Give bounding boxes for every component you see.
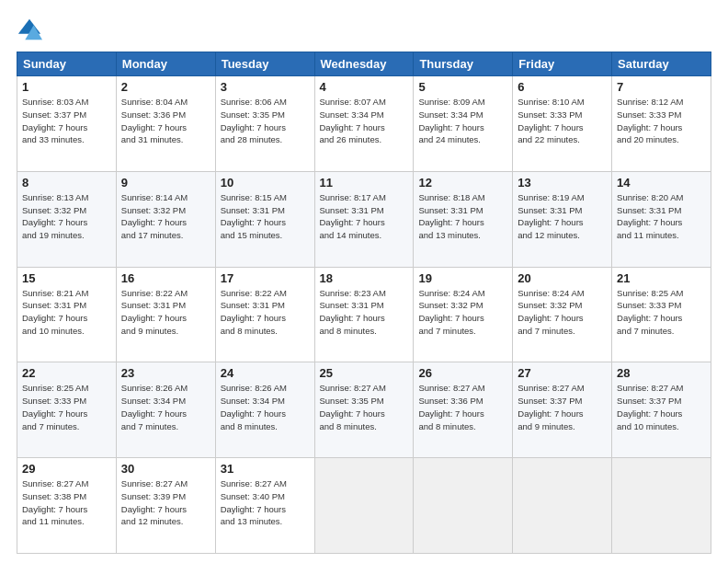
day-number: 31 bbox=[221, 462, 310, 476]
day-number: 27 bbox=[518, 366, 607, 380]
day-number: 20 bbox=[518, 271, 607, 285]
calendar-week-0: 1Sunrise: 8:03 AMSunset: 3:37 PMDaylight… bbox=[17, 76, 711, 172]
calendar-cell: 25Sunrise: 8:27 AMSunset: 3:35 PMDayligh… bbox=[314, 362, 414, 458]
page: SundayMondayTuesdayWednesdayThursdayFrid… bbox=[0, 0, 728, 563]
calendar-cell: 22Sunrise: 8:25 AMSunset: 3:33 PMDayligh… bbox=[17, 362, 117, 458]
day-number: 9 bbox=[121, 176, 210, 190]
day-number: 8 bbox=[22, 176, 111, 190]
col-header-thursday: Thursday bbox=[414, 52, 513, 76]
day-number: 3 bbox=[221, 80, 310, 94]
day-number: 25 bbox=[320, 366, 409, 380]
day-info: Sunrise: 8:20 AMSunset: 3:31 PMDaylight:… bbox=[617, 191, 706, 242]
day-info: Sunrise: 8:15 AMSunset: 3:31 PMDaylight:… bbox=[221, 191, 310, 242]
col-header-monday: Monday bbox=[116, 52, 215, 76]
day-info: Sunrise: 8:27 AMSunset: 3:40 PMDaylight:… bbox=[221, 477, 310, 528]
calendar-cell: 9Sunrise: 8:14 AMSunset: 3:32 PMDaylight… bbox=[116, 171, 215, 267]
calendar-cell: 26Sunrise: 8:27 AMSunset: 3:36 PMDayligh… bbox=[414, 362, 513, 458]
header bbox=[17, 17, 711, 42]
calendar-cell: 28Sunrise: 8:27 AMSunset: 3:37 PMDayligh… bbox=[612, 362, 711, 458]
day-number: 12 bbox=[418, 176, 507, 190]
col-header-sunday: Sunday bbox=[17, 52, 117, 76]
col-header-tuesday: Tuesday bbox=[215, 52, 314, 76]
day-info: Sunrise: 8:27 AMSunset: 3:36 PMDaylight:… bbox=[418, 382, 507, 432]
col-header-friday: Friday bbox=[513, 52, 612, 76]
calendar-cell: 29Sunrise: 8:27 AMSunset: 3:38 PMDayligh… bbox=[17, 458, 117, 554]
day-number: 17 bbox=[221, 271, 310, 285]
day-info: Sunrise: 8:21 AMSunset: 3:31 PMDaylight:… bbox=[22, 287, 111, 338]
day-info: Sunrise: 8:10 AMSunset: 3:33 PMDaylight:… bbox=[518, 96, 607, 146]
day-info: Sunrise: 8:19 AMSunset: 3:31 PMDaylight:… bbox=[518, 191, 607, 242]
day-info: Sunrise: 8:14 AMSunset: 3:32 PMDaylight:… bbox=[121, 191, 210, 242]
calendar-cell: 2Sunrise: 8:04 AMSunset: 3:36 PMDaylight… bbox=[116, 76, 215, 172]
calendar-cell: 5Sunrise: 8:09 AMSunset: 3:34 PMDaylight… bbox=[414, 76, 513, 172]
day-number: 15 bbox=[22, 271, 111, 285]
day-number: 10 bbox=[221, 176, 310, 190]
calendar-cell: 1Sunrise: 8:03 AMSunset: 3:37 PMDaylight… bbox=[17, 76, 117, 172]
day-number: 1 bbox=[22, 80, 111, 94]
day-number: 16 bbox=[121, 271, 210, 285]
day-info: Sunrise: 8:25 AMSunset: 3:33 PMDaylight:… bbox=[617, 287, 706, 338]
day-number: 6 bbox=[518, 80, 607, 94]
logo bbox=[17, 17, 46, 42]
calendar-week-4: 29Sunrise: 8:27 AMSunset: 3:38 PMDayligh… bbox=[17, 458, 711, 554]
calendar-cell bbox=[513, 458, 612, 554]
calendar-cell: 10Sunrise: 8:15 AMSunset: 3:31 PMDayligh… bbox=[215, 171, 314, 267]
day-info: Sunrise: 8:26 AMSunset: 3:34 PMDaylight:… bbox=[121, 382, 210, 432]
day-info: Sunrise: 8:22 AMSunset: 3:31 PMDaylight:… bbox=[121, 287, 210, 338]
day-number: 23 bbox=[121, 366, 210, 380]
calendar-cell: 15Sunrise: 8:21 AMSunset: 3:31 PMDayligh… bbox=[17, 267, 117, 362]
calendar-cell bbox=[414, 458, 513, 554]
day-number: 30 bbox=[121, 462, 210, 476]
day-info: Sunrise: 8:07 AMSunset: 3:34 PMDaylight:… bbox=[320, 96, 409, 146]
calendar-cell: 30Sunrise: 8:27 AMSunset: 3:39 PMDayligh… bbox=[116, 458, 215, 554]
col-header-saturday: Saturday bbox=[612, 52, 711, 76]
day-number: 11 bbox=[320, 176, 409, 190]
day-info: Sunrise: 8:24 AMSunset: 3:32 PMDaylight:… bbox=[518, 287, 607, 338]
day-number: 22 bbox=[22, 366, 111, 380]
day-info: Sunrise: 8:09 AMSunset: 3:34 PMDaylight:… bbox=[418, 96, 507, 146]
calendar-cell: 17Sunrise: 8:22 AMSunset: 3:31 PMDayligh… bbox=[215, 267, 314, 362]
day-info: Sunrise: 8:22 AMSunset: 3:31 PMDaylight:… bbox=[221, 287, 310, 338]
calendar-cell: 24Sunrise: 8:26 AMSunset: 3:34 PMDayligh… bbox=[215, 362, 314, 458]
day-info: Sunrise: 8:03 AMSunset: 3:37 PMDaylight:… bbox=[22, 96, 111, 146]
day-info: Sunrise: 8:25 AMSunset: 3:33 PMDaylight:… bbox=[22, 382, 111, 432]
day-info: Sunrise: 8:26 AMSunset: 3:34 PMDaylight:… bbox=[221, 382, 310, 432]
day-number: 26 bbox=[418, 366, 507, 380]
calendar-week-1: 8Sunrise: 8:13 AMSunset: 3:32 PMDaylight… bbox=[17, 171, 711, 267]
day-info: Sunrise: 8:18 AMSunset: 3:31 PMDaylight:… bbox=[418, 191, 507, 242]
calendar-cell: 18Sunrise: 8:23 AMSunset: 3:31 PMDayligh… bbox=[314, 267, 414, 362]
day-number: 18 bbox=[320, 271, 409, 285]
day-info: Sunrise: 8:27 AMSunset: 3:35 PMDaylight:… bbox=[320, 382, 409, 432]
day-info: Sunrise: 8:27 AMSunset: 3:39 PMDaylight:… bbox=[121, 477, 210, 528]
calendar-cell: 20Sunrise: 8:24 AMSunset: 3:32 PMDayligh… bbox=[513, 267, 612, 362]
calendar-cell: 31Sunrise: 8:27 AMSunset: 3:40 PMDayligh… bbox=[215, 458, 314, 554]
day-info: Sunrise: 8:23 AMSunset: 3:31 PMDaylight:… bbox=[320, 287, 409, 338]
col-header-wednesday: Wednesday bbox=[314, 52, 414, 76]
calendar-week-3: 22Sunrise: 8:25 AMSunset: 3:33 PMDayligh… bbox=[17, 362, 711, 458]
day-info: Sunrise: 8:12 AMSunset: 3:33 PMDaylight:… bbox=[617, 96, 706, 146]
calendar-cell: 12Sunrise: 8:18 AMSunset: 3:31 PMDayligh… bbox=[414, 171, 513, 267]
day-info: Sunrise: 8:04 AMSunset: 3:36 PMDaylight:… bbox=[121, 96, 210, 146]
day-number: 7 bbox=[617, 80, 706, 94]
calendar-cell: 4Sunrise: 8:07 AMSunset: 3:34 PMDaylight… bbox=[314, 76, 414, 172]
day-info: Sunrise: 8:24 AMSunset: 3:32 PMDaylight:… bbox=[418, 287, 507, 338]
calendar-cell: 11Sunrise: 8:17 AMSunset: 3:31 PMDayligh… bbox=[314, 171, 414, 267]
calendar-cell: 27Sunrise: 8:27 AMSunset: 3:37 PMDayligh… bbox=[513, 362, 612, 458]
day-number: 4 bbox=[320, 80, 409, 94]
day-info: Sunrise: 8:17 AMSunset: 3:31 PMDaylight:… bbox=[320, 191, 409, 242]
day-number: 29 bbox=[22, 462, 111, 476]
day-info: Sunrise: 8:27 AMSunset: 3:37 PMDaylight:… bbox=[518, 382, 607, 432]
calendar-cell bbox=[612, 458, 711, 554]
calendar-cell: 14Sunrise: 8:20 AMSunset: 3:31 PMDayligh… bbox=[612, 171, 711, 267]
day-number: 24 bbox=[221, 366, 310, 380]
day-info: Sunrise: 8:13 AMSunset: 3:32 PMDaylight:… bbox=[22, 191, 111, 242]
calendar-table: SundayMondayTuesdayWednesdayThursdayFrid… bbox=[17, 52, 711, 554]
calendar-week-2: 15Sunrise: 8:21 AMSunset: 3:31 PMDayligh… bbox=[17, 267, 711, 362]
day-info: Sunrise: 8:27 AMSunset: 3:38 PMDaylight:… bbox=[22, 477, 111, 528]
calendar-cell: 7Sunrise: 8:12 AMSunset: 3:33 PMDaylight… bbox=[612, 76, 711, 172]
day-number: 21 bbox=[617, 271, 706, 285]
day-info: Sunrise: 8:27 AMSunset: 3:37 PMDaylight:… bbox=[617, 382, 706, 432]
day-number: 14 bbox=[617, 176, 706, 190]
calendar-cell: 21Sunrise: 8:25 AMSunset: 3:33 PMDayligh… bbox=[612, 267, 711, 362]
calendar-cell: 8Sunrise: 8:13 AMSunset: 3:32 PMDaylight… bbox=[17, 171, 117, 267]
